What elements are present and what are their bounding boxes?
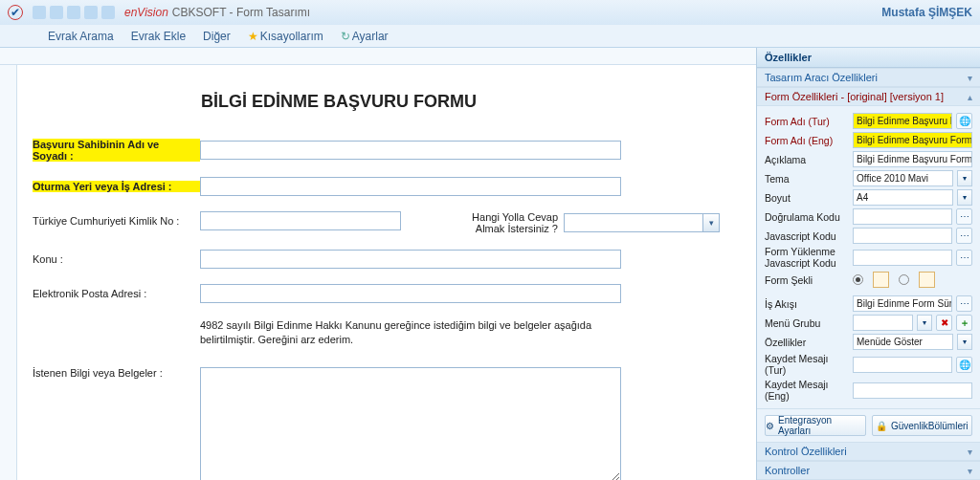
horizontal-ruler [0, 48, 756, 65]
panel-button-bar: ⚙Entegrasyon Ayarları 🔒GüvenlikBölümleri [757, 408, 980, 442]
dropdown-icon[interactable]: ▾ [917, 315, 932, 331]
plabel-kaydet-tur: Kaydet Mesajı (Tur) [765, 353, 849, 376]
note-text: 4982 sayılı Bilgi Edinme Hakkı Kanunu ge… [200, 318, 621, 348]
form-shape-radios [853, 272, 935, 288]
ellipsis-icon[interactable]: ⋯ [956, 250, 972, 266]
plabel-form-yuk-js: Form Yüklenme Javascript Kodu [765, 247, 849, 269]
input-subject[interactable] [200, 250, 621, 269]
star-icon: ★ [248, 30, 258, 43]
plabel-form-adi-tur: Form Adı (Tur) [765, 116, 849, 127]
design-canvas[interactable]: BİLGİ EDİNME BAŞVURU FORMU Başvuru Sahib… [17, 65, 756, 480]
qat-icon[interactable] [101, 6, 115, 19]
label-name: Başvuru Sahibinin Adı ve Soyadı : [33, 139, 200, 162]
security-sections-button[interactable]: 🔒GüvenlikBölümleri [872, 415, 973, 436]
pval-form-adi-eng[interactable]: Bilgi Edinme Başvuru Formu [853, 132, 972, 148]
textarea-requested[interactable] [200, 367, 621, 480]
pval-js[interactable] [853, 228, 952, 244]
vertical-ruler [0, 65, 17, 480]
plabel-menu-grubu: Menü Grubu [765, 317, 849, 329]
label-subject: Konu : [33, 253, 200, 265]
page-multi-icon [919, 272, 935, 288]
menu-evrak-arama[interactable]: Evrak Arama [48, 30, 114, 43]
form-properties-body: Form Adı (Tur) Bilgi Edinme Başvuru Form… [757, 106, 980, 408]
input-reply-by[interactable] [564, 213, 702, 232]
delete-icon[interactable]: ✖ [936, 315, 952, 331]
label-requested: İstenen Bilgi veya Belgeler : [33, 367, 200, 379]
properties-panel: Özellikler Tasarım Aracı Özellikleri▾ Fo… [756, 48, 980, 480]
label-email: Elektronik Posta Adresi : [33, 288, 200, 299]
menu-kisayollarim[interactable]: ★Kısayollarım [248, 30, 323, 43]
pval-boyut[interactable]: A4 [853, 189, 953, 206]
pval-dogrulama[interactable] [853, 208, 952, 225]
ellipsis-icon[interactable]: ⋯ [956, 295, 972, 312]
radio-page-single[interactable] [853, 274, 863, 285]
input-name[interactable] [200, 141, 621, 160]
plabel-aciklama: Açıklama [765, 154, 849, 165]
pval-kaydet-tur[interactable] [853, 357, 952, 373]
plabel-tema: Tema [765, 173, 849, 185]
input-address[interactable] [200, 177, 621, 196]
input-tc[interactable] [200, 211, 401, 230]
chevron-down-icon: ▾ [968, 466, 972, 476]
pval-tema[interactable]: Office 2010 Mavi [853, 170, 953, 186]
integration-settings-button[interactable]: ⚙Entegrasyon Ayarları [765, 415, 866, 436]
pval-aciklama[interactable]: Bilgi Edinme Başvuru Formu [853, 151, 972, 167]
design-canvas-wrap: db_cvp_list BİLGİ EDİNME BAŞVURU FORMU B… [0, 48, 756, 480]
page-single-icon [873, 272, 889, 288]
lock-icon: 🔒 [876, 421, 887, 431]
pval-menu-grubu[interactable] [853, 315, 913, 331]
label-reply-by: Hangi Yolla Cevap Almak İstersiniz ? [458, 211, 564, 234]
label-tc: Türkiye Cumhuriyeti Kimlik No : [33, 215, 200, 227]
app-logo-icon: ✔ [8, 5, 23, 20]
qat-icon[interactable] [84, 6, 98, 19]
plabel-form-adi-eng: Form Adı (Eng) [765, 135, 849, 146]
ellipsis-icon[interactable]: ⋯ [956, 228, 972, 244]
refresh-icon: ↻ [341, 30, 350, 43]
pval-form-adi-tur[interactable]: Bilgi Edinme Başvuru Formu [853, 113, 952, 129]
window-titlebar: ✔ enVision CBKSOFT - Form Tasarımı Musta… [0, 0, 980, 25]
ribbon-menubar: Evrak Arama Evrak Ekle Diğer ★Kısayollar… [0, 25, 980, 48]
globe-icon[interactable]: 🌐 [956, 113, 972, 129]
quick-access-toolbar [33, 6, 115, 19]
dropdown-icon[interactable]: ▾ [957, 189, 972, 206]
pval-kaydet-eng[interactable] [853, 382, 972, 399]
panel-header: Özellikler [757, 48, 980, 68]
dropdown-icon[interactable]: ▾ [957, 334, 972, 350]
plabel-boyut: Boyut [765, 192, 849, 204]
qat-icon[interactable] [50, 6, 63, 19]
menu-diger[interactable]: Diğer [203, 30, 231, 43]
qat-icon[interactable] [33, 6, 46, 19]
add-icon[interactable]: ＋ [956, 315, 972, 331]
pval-form-yuk-js[interactable] [853, 250, 952, 266]
pval-is-akisi[interactable]: Bilgi Edinme Form Süreci [853, 295, 952, 312]
chevron-up-icon: ▴ [968, 92, 972, 102]
menu-ayarlar[interactable]: ↻Ayarlar [341, 30, 389, 43]
qat-icon[interactable] [67, 6, 80, 19]
section-kontroller[interactable]: Kontroller▾ [757, 461, 980, 480]
plabel-ozellikler: Özellikler [765, 337, 849, 348]
chevron-down-icon: ▾ [968, 73, 972, 83]
ellipsis-icon[interactable]: ⋯ [956, 208, 972, 225]
plabel-js: Javascript Kodu [765, 230, 849, 242]
user-name: Mustafa ŞİMŞEK [881, 6, 972, 19]
brand-text: enVision [124, 6, 168, 19]
pval-ozellikler[interactable]: Menüde Göster [853, 334, 953, 350]
form-title: BİLGİ EDİNME BAŞVURU FORMU [33, 75, 645, 139]
dropdown-icon[interactable]: ▾ [957, 170, 972, 186]
plabel-form-sekli: Form Şekli [765, 274, 849, 286]
section-form-properties[interactable]: Form Özellikleri - [original] [versiyon … [757, 87, 980, 106]
plabel-kaydet-eng: Kaydet Mesajı (Eng) [765, 379, 849, 402]
menu-evrak-ekle[interactable]: Evrak Ekle [131, 30, 186, 43]
dropdown-reply-by-icon[interactable]: ▾ [702, 213, 720, 232]
label-address: Oturma Yeri veya İş Adresi : [33, 181, 200, 192]
globe-icon[interactable]: 🌐 [956, 357, 972, 373]
radio-page-multi[interactable] [899, 274, 909, 285]
gear-icon: ⚙ [766, 421, 774, 431]
section-kontrol-ozellikleri[interactable]: Kontrol Özellikleri▾ [757, 442, 980, 461]
input-email[interactable] [200, 284, 621, 303]
plabel-is-akisi: İş Akışı [765, 298, 849, 310]
section-tool-properties[interactable]: Tasarım Aracı Özellikleri▾ [757, 68, 980, 87]
plabel-dogrulama: Doğrulama Kodu [765, 211, 849, 223]
app-title: CBKSOFT - Form Tasarımı [172, 6, 310, 19]
chevron-down-icon: ▾ [968, 447, 972, 457]
